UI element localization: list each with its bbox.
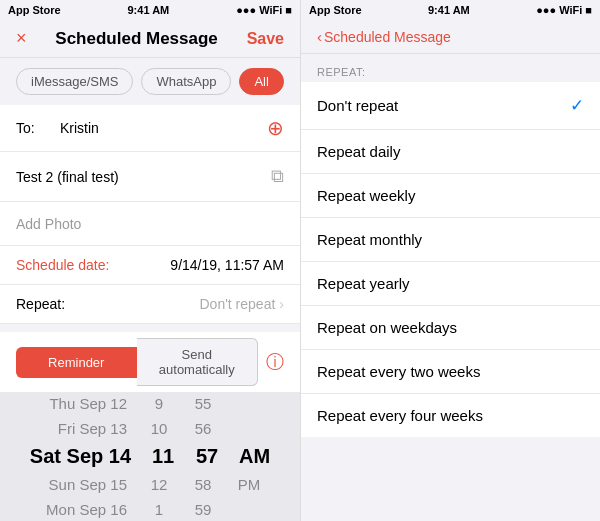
back-label: Scheduled Message [324,29,451,45]
segment-all[interactable]: All [239,68,283,95]
left-status-bar: App Store 9:41 AM ●●● WiFi ■ [0,0,300,20]
repeat-row[interactable]: Repeat: Don't repeat › [0,285,300,324]
repeat-item-label-4: Repeat yearly [317,275,410,292]
schedule-date-label: Schedule date: [16,257,116,273]
repeat-value: Don't repeat [199,296,275,312]
message-row: Test 2 (final test) ⧉ [0,152,300,202]
repeat-item-label-1: Repeat daily [317,143,400,160]
right-status-time: 9:41 AM [428,4,470,16]
chevron-left-icon: ‹ [317,28,322,45]
left-status-left: App Store [8,4,61,16]
repeat-item-4[interactable]: Repeat yearly [301,262,600,306]
repeat-item-0[interactable]: Don't repeat ✓ [301,82,600,130]
reminder-button[interactable]: Reminder [16,347,137,378]
segment-bar: iMessage/SMS WhatsApp All [0,58,300,105]
repeat-item-label-2: Repeat weekly [317,187,415,204]
right-status-icons: ●●● WiFi ■ [536,4,592,16]
picker-row-1: Thu Sep 12 9 55 [0,392,300,416]
date-picker[interactable]: Today 8 54 Thu Sep 12 9 55 Fri Sep 13 10… [0,392,300,521]
segment-imessage[interactable]: iMessage/SMS [16,68,133,95]
add-photo-label: Add Photo [16,216,81,232]
close-button[interactable]: × [16,28,27,49]
send-mode-row: Reminder Send automatically ⓘ [0,332,300,392]
picker-row-5: Mon Sep 16 1 59 [0,497,300,521]
picker-rows: Today 8 54 Thu Sep 12 9 55 Fri Sep 13 10… [0,392,300,521]
left-status-icons: ●●● WiFi ■ [236,4,292,16]
repeat-item-7[interactable]: Repeat every four weeks [301,394,600,437]
repeat-item-6[interactable]: Repeat every two weeks [301,350,600,394]
left-status-time: 9:41 AM [127,4,169,16]
add-photo-row[interactable]: Add Photo [0,202,300,246]
repeat-item-label-5: Repeat on weekdays [317,319,457,336]
repeat-item-3[interactable]: Repeat monthly [301,218,600,262]
picker-row-4: Sun Sep 15 12 58 PM [0,472,300,497]
form-section: To: Kristin ⊕ Test 2 (final test) ⧉ Add … [0,105,300,324]
chevron-right-icon: › [279,296,284,312]
repeat-item-2[interactable]: Repeat weekly [301,174,600,218]
schedule-date-row[interactable]: Schedule date: 9/14/19, 11:57 AM [0,246,300,285]
save-button[interactable]: Save [247,30,284,48]
repeat-list: Don't repeat ✓ Repeat daily Repeat weekl… [301,82,600,437]
copy-icon[interactable]: ⧉ [271,166,284,187]
left-header: × Scheduled Message Save [0,20,300,58]
repeat-item-label-3: Repeat monthly [317,231,422,248]
back-button[interactable]: ‹ Scheduled Message [317,28,451,45]
info-icon[interactable]: ⓘ [266,350,284,374]
checkmark-icon-0: ✓ [570,95,584,116]
to-row: To: Kristin ⊕ [0,105,300,152]
to-value: Kristin [56,120,267,136]
right-header: ‹ Scheduled Message [301,20,600,54]
send-automatically-button[interactable]: Send automatically [137,338,259,386]
segment-whatsapp[interactable]: WhatsApp [141,68,231,95]
add-recipient-icon[interactable]: ⊕ [267,116,284,140]
right-status-bar: App Store 9:41 AM ●●● WiFi ■ [301,0,600,20]
to-label: To: [16,120,56,136]
picker-row-selected: Sat Sep 14 11 57 AM [0,441,300,472]
repeat-label: Repeat: [16,296,86,312]
message-text: Test 2 (final test) [16,169,119,185]
left-header-title: Scheduled Message [55,29,218,49]
schedule-date-value: 9/14/19, 11:57 AM [170,257,284,273]
right-status-left: App Store [309,4,362,16]
right-panel: App Store 9:41 AM ●●● WiFi ■ ‹ Scheduled… [300,0,600,521]
repeat-section-label: REPEAT: [301,54,600,82]
repeat-item-label-0: Don't repeat [317,97,398,114]
repeat-item-1[interactable]: Repeat daily [301,130,600,174]
repeat-item-label-6: Repeat every two weeks [317,363,480,380]
repeat-item-label-7: Repeat every four weeks [317,407,483,424]
repeat-item-5[interactable]: Repeat on weekdays [301,306,600,350]
left-panel: App Store 9:41 AM ●●● WiFi ■ × Scheduled… [0,0,300,521]
picker-row-2: Fri Sep 13 10 56 [0,416,300,441]
